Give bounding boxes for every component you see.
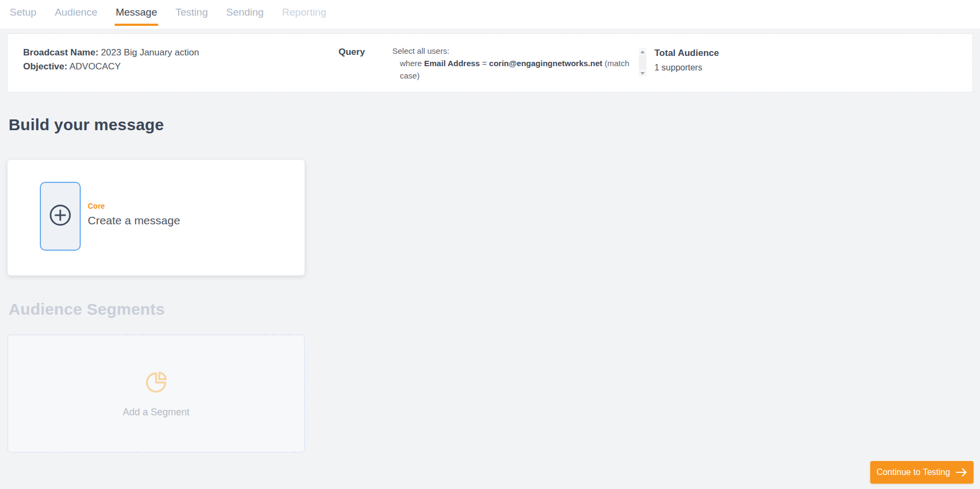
tab-audience[interactable]: Audience — [54, 4, 98, 26]
core-badge: Core — [88, 202, 180, 210]
query-description: Select all users: where Email Address = … — [392, 45, 640, 82]
arrow-right-icon — [956, 468, 967, 477]
objective-label: Objective: — [23, 61, 67, 72]
audience-segments-title: Audience Segments — [9, 300, 165, 318]
add-segment-card[interactable]: Add a Segment — [8, 335, 305, 452]
query-line-1: Select all users: — [392, 45, 640, 57]
query-operator: = — [480, 59, 489, 68]
broadcast-summary-bar: Broadcast Name: 2023 Big January action … — [7, 33, 973, 93]
continue-button-label: Continue to Testing — [877, 467, 950, 477]
message-card-text: Core Create a message — [88, 202, 180, 227]
total-audience-label: Total Audience — [654, 46, 719, 60]
tab-reporting[interactable]: Reporting — [281, 4, 327, 26]
query-field: Email Address — [424, 59, 480, 68]
scroll-down-icon[interactable] — [639, 69, 646, 77]
build-message-title: Build your message — [9, 116, 164, 134]
total-audience-value: 1 supporters — [654, 60, 719, 75]
objective-value: ADVOCACY — [67, 61, 121, 72]
broadcast-name-value: 2023 Big January action — [98, 47, 199, 58]
query-line-2: where Email Address = corin@engagingnetw… — [392, 57, 640, 82]
query-where: where — [400, 59, 424, 68]
pie-chart-icon — [143, 369, 170, 398]
scroll-up-icon[interactable] — [639, 48, 646, 55]
tab-message[interactable]: Message — [115, 4, 158, 26]
total-audience-block: Total Audience 1 supporters — [654, 46, 719, 75]
add-segment-label: Add a Segment — [123, 407, 189, 418]
plus-circle-icon — [48, 203, 72, 229]
message-thumbnail[interactable] — [40, 182, 81, 251]
broadcast-name-row: Broadcast Name: 2023 Big January action — [23, 46, 199, 60]
broadcast-info: Broadcast Name: 2023 Big January action … — [23, 46, 199, 74]
continue-to-testing-button[interactable]: Continue to Testing — [870, 461, 974, 484]
query-label: Query — [339, 47, 365, 58]
broadcast-steps-nav: Setup Audience Message Testing Sending R… — [0, 0, 980, 29]
tab-testing[interactable]: Testing — [174, 4, 209, 26]
tab-setup[interactable]: Setup — [9, 4, 38, 26]
query-scrollbar[interactable] — [639, 48, 646, 77]
tab-sending[interactable]: Sending — [225, 4, 265, 26]
create-message-label: Create a message — [88, 214, 180, 227]
create-message-card[interactable]: Core Create a message — [8, 160, 305, 275]
broadcast-name-label: Broadcast Name: — [23, 47, 98, 58]
objective-row: Objective: ADVOCACY — [23, 60, 199, 74]
query-value: corin@engagingnetworks.net — [489, 59, 602, 68]
